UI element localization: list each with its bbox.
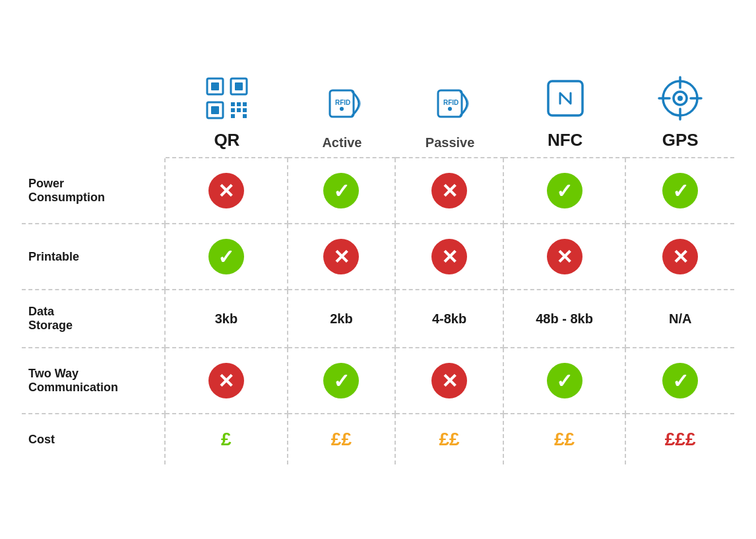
cell-value: ✕ bbox=[288, 224, 396, 290]
qr-icon bbox=[166, 75, 288, 125]
active-label: Active bbox=[322, 135, 362, 150]
check-icon: ✓ bbox=[547, 363, 583, 398]
data-text: 3kb bbox=[215, 311, 237, 326]
cell-value: £££ bbox=[626, 414, 734, 464]
svg-rect-11 bbox=[243, 114, 247, 118]
cost-value: ££ bbox=[439, 429, 459, 449]
svg-rect-10 bbox=[237, 108, 241, 112]
data-text: 48b - 8kb bbox=[536, 311, 593, 326]
svg-rect-9 bbox=[231, 108, 235, 112]
svg-point-19 bbox=[448, 107, 452, 111]
cell-value: ✓ bbox=[288, 158, 396, 224]
svg-text:RFID: RFID bbox=[443, 99, 458, 106]
cross-icon: ✕ bbox=[431, 173, 467, 208]
cell-value: N/A bbox=[626, 290, 734, 348]
cell-value: ££ bbox=[504, 414, 626, 464]
cost-value: ££ bbox=[331, 429, 352, 449]
gps-icon bbox=[626, 75, 734, 125]
data-text: 4-8kb bbox=[432, 311, 466, 326]
cell-value: ✓ bbox=[504, 348, 626, 414]
data-text: N/A bbox=[669, 311, 691, 326]
svg-rect-3 bbox=[235, 82, 243, 90]
cost-value: £££ bbox=[665, 429, 696, 449]
cell-value: ✓ bbox=[504, 158, 626, 224]
cell-value: ✓ bbox=[626, 158, 734, 224]
cell-value: 2kb bbox=[288, 290, 396, 348]
cell-value: ✓ bbox=[626, 348, 734, 414]
svg-rect-5 bbox=[211, 106, 219, 114]
svg-rect-6 bbox=[231, 102, 235, 106]
svg-rect-12 bbox=[231, 114, 235, 118]
cross-icon: ✕ bbox=[208, 363, 244, 398]
table-row: Printable✓✕✕✕✕ bbox=[22, 224, 734, 290]
check-icon: ✓ bbox=[323, 173, 359, 208]
cell-value: ££ bbox=[396, 414, 504, 464]
col-header-passive: RFID Passive bbox=[396, 75, 504, 158]
cross-icon: ✕ bbox=[431, 363, 467, 398]
cell-value: 48b - 8kb bbox=[504, 290, 626, 348]
row-label: Data Storage bbox=[22, 290, 166, 348]
svg-text:RFID: RFID bbox=[335, 99, 350, 106]
table-row: Data Storage3kb2kb4-8kb48b - 8kbN/A bbox=[22, 290, 734, 348]
data-text: 2kb bbox=[330, 311, 352, 326]
nfc-label: NFC bbox=[548, 130, 583, 150]
col-header-active: RFID Active bbox=[288, 75, 396, 158]
cell-value: ✓ bbox=[288, 348, 396, 414]
cost-value: £ bbox=[221, 429, 232, 449]
gps-label: GPS bbox=[662, 130, 699, 150]
svg-rect-13 bbox=[243, 108, 247, 112]
check-icon: ✓ bbox=[662, 173, 698, 208]
cross-icon: ✕ bbox=[208, 173, 244, 208]
col-header-gps: GPS bbox=[626, 75, 734, 158]
passive-label: Passive bbox=[425, 135, 475, 150]
rfid-passive-icon: RFID bbox=[396, 80, 504, 130]
row-label: Printable bbox=[22, 224, 166, 290]
check-icon: ✓ bbox=[547, 173, 583, 208]
svg-point-23 bbox=[677, 96, 683, 101]
table-row: Two Way Communication✕✓✕✓✓ bbox=[22, 348, 734, 414]
cross-icon: ✕ bbox=[323, 239, 359, 274]
cross-icon: ✕ bbox=[662, 239, 698, 274]
table-row: Power Consumption✕✓✕✓✓ bbox=[22, 158, 734, 224]
svg-rect-7 bbox=[237, 102, 241, 106]
row-label: Two Way Communication bbox=[22, 348, 166, 414]
col-header-qr: QR bbox=[166, 75, 288, 158]
label-header bbox=[22, 75, 166, 158]
comparison-table: QR RFID Active bbox=[22, 75, 734, 464]
cell-value: ££ bbox=[288, 414, 396, 464]
row-label: Cost bbox=[22, 414, 166, 464]
cell-value: ✕ bbox=[396, 348, 504, 414]
cell-value: ✓ bbox=[166, 224, 288, 290]
cell-value: ✕ bbox=[626, 224, 734, 290]
cell-value: 3kb bbox=[166, 290, 288, 348]
col-header-nfc: NFC bbox=[504, 75, 626, 158]
cell-value: ✕ bbox=[396, 224, 504, 290]
cell-value: ✕ bbox=[504, 224, 626, 290]
rfid-active-icon: RFID bbox=[288, 80, 396, 130]
cell-value: ✕ bbox=[166, 348, 288, 414]
svg-rect-1 bbox=[211, 82, 219, 90]
table-body: Power Consumption✕✓✕✓✓Printable✓✕✕✕✕Data… bbox=[22, 158, 734, 464]
cell-value: ✕ bbox=[396, 158, 504, 224]
cell-value: £ bbox=[166, 414, 288, 464]
table-row: Cost££££££££££ bbox=[22, 414, 734, 464]
cost-value: ££ bbox=[554, 429, 575, 449]
check-icon: ✓ bbox=[208, 239, 244, 274]
check-icon: ✓ bbox=[323, 363, 359, 398]
check-icon: ✓ bbox=[662, 363, 698, 398]
qr-label: QR bbox=[214, 130, 239, 150]
svg-rect-8 bbox=[243, 102, 247, 106]
cross-icon: ✕ bbox=[431, 239, 467, 274]
cell-value: ✕ bbox=[166, 158, 288, 224]
header-row: QR RFID Active bbox=[22, 75, 734, 158]
cell-value: 4-8kb bbox=[396, 290, 504, 348]
row-label: Power Consumption bbox=[22, 158, 166, 224]
cross-icon: ✕ bbox=[547, 239, 583, 274]
svg-point-16 bbox=[340, 107, 344, 111]
nfc-icon bbox=[504, 75, 626, 125]
